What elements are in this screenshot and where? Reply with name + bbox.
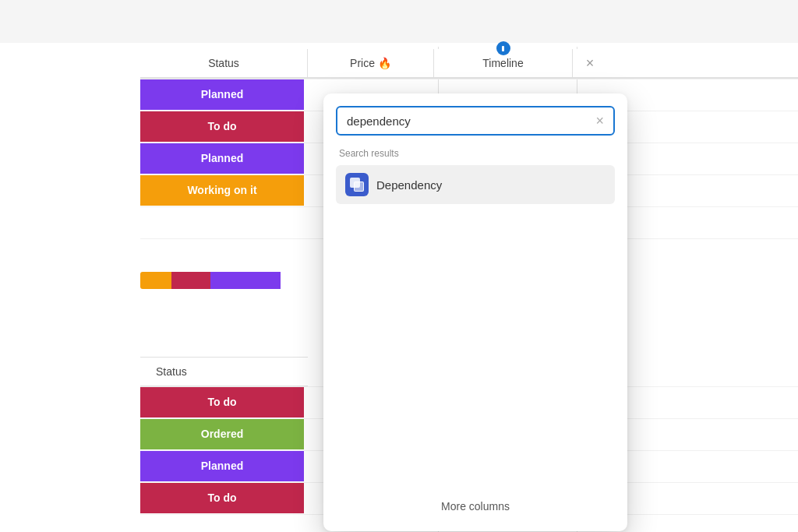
search-input[interactable] (347, 115, 595, 128)
status-column-header: Status (140, 49, 308, 77)
status-badge-planned-bottom: Planned (140, 450, 304, 481)
table-header: Status Price 🔥 Timeline × (140, 49, 798, 79)
close-column-button[interactable]: × (573, 49, 607, 77)
progress-bar (140, 272, 296, 289)
progress-segment-red (171, 272, 210, 289)
status-badge-planned-2: Planned (140, 143, 304, 174)
more-columns-link[interactable]: More columns (336, 500, 615, 513)
bottom-status-header: Status (140, 357, 308, 386)
more-columns-text: More columns (441, 500, 510, 513)
close-icon[interactable]: × (586, 55, 595, 72)
table-row: Planned (140, 450, 304, 482)
status-badge-ordered: Ordered (140, 418, 304, 449)
dependency-icon (345, 173, 369, 196)
bottom-status-header-label: Status (156, 365, 187, 378)
dependency-icon-graphic (349, 177, 365, 192)
row-separator (140, 79, 798, 79)
status-badge-working: Working on it (140, 174, 304, 206)
timeline-header-label: Timeline (482, 57, 523, 69)
price-fire-icon: 🔥 (378, 57, 391, 69)
table-row: To do (140, 111, 304, 143)
timeline-indicator-inner (502, 46, 504, 51)
table-row: Ordered (140, 418, 304, 450)
table-row: Planned (140, 143, 304, 174)
search-results-label: Search results (336, 148, 615, 159)
timeline-column-header: Timeline (434, 49, 573, 77)
dep-icon-square-front (354, 181, 364, 192)
status-badge-todo-bottom-1: To do (140, 386, 304, 417)
search-clear-button[interactable]: × (595, 114, 604, 128)
status-badge-planned-1: Planned (140, 79, 304, 110)
progress-segment-orange (140, 272, 171, 289)
progress-bar-container (140, 265, 308, 296)
results-label-text: Search results (339, 148, 399, 159)
status-badge-todo-bottom-2: To do (140, 482, 304, 513)
status-header-label: Status (208, 57, 239, 69)
timeline-indicator-dot (496, 41, 510, 55)
price-column-header: Price 🔥 (308, 49, 434, 77)
search-popup: × Search results Dependency More columns (323, 93, 627, 531)
search-result-item[interactable]: Dependency (336, 165, 615, 204)
table-row: Planned (140, 79, 304, 111)
status-badge-todo-1: To do (140, 111, 304, 142)
price-header-label: Price (350, 57, 375, 69)
table-row: Working on it (140, 174, 304, 206)
search-box[interactable]: × (336, 106, 615, 136)
table-row: To do (140, 386, 304, 418)
dependency-result-label: Dependency (376, 178, 442, 192)
progress-segment-purple (210, 272, 281, 289)
table-row: To do (140, 482, 304, 514)
